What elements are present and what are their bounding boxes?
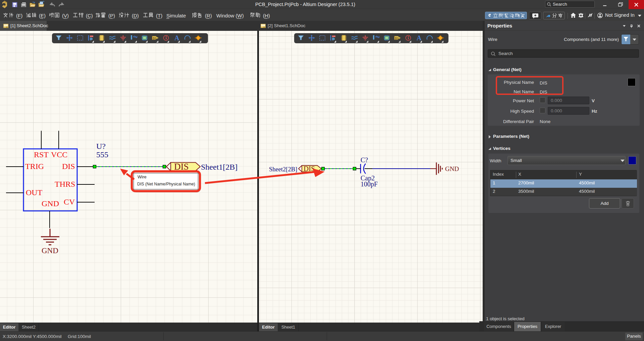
svg-text:THRS: THRS bbox=[55, 180, 75, 188]
svg-text:Sheet1[2B]: Sheet1[2B] bbox=[201, 163, 237, 171]
svg-text:DIS (Net Name/Physical Name): DIS (Net Name/Physical Name) bbox=[137, 182, 195, 186]
svg-text:DIS: DIS bbox=[304, 165, 315, 173]
svg-text:(C): (C) bbox=[86, 13, 93, 18]
svg-text:TRIG: TRIG bbox=[25, 162, 44, 171]
svg-text:C?: C? bbox=[361, 156, 368, 164]
svg-text:(P): (P) bbox=[108, 13, 115, 18]
svg-text:GND: GND bbox=[445, 165, 459, 172]
svg-text:CV: CV bbox=[64, 197, 75, 206]
svg-text:(V): (V) bbox=[62, 13, 69, 18]
svg-text:RST: RST bbox=[34, 150, 49, 159]
svg-text:DIS: DIS bbox=[62, 162, 75, 171]
svg-text:(H): (H) bbox=[263, 13, 270, 18]
svg-text:(R): (R) bbox=[205, 13, 212, 18]
svg-text:Wire: Wire bbox=[138, 174, 147, 179]
svg-text:Sheet2[2B]: Sheet2[2B] bbox=[269, 166, 297, 173]
svg-text:100pF: 100pF bbox=[361, 180, 378, 188]
svg-text:GND: GND bbox=[42, 199, 59, 208]
svg-text:U?: U? bbox=[96, 142, 106, 151]
svg-text:GND: GND bbox=[42, 246, 58, 255]
svg-text:(D): (D) bbox=[132, 13, 139, 18]
svg-text:DIS: DIS bbox=[174, 162, 189, 172]
svg-text:Window (W): Window (W) bbox=[216, 13, 244, 18]
svg-text:Simulate: Simulate bbox=[166, 13, 186, 18]
svg-text:(E): (E) bbox=[39, 13, 46, 18]
svg-text:(T): (T) bbox=[156, 13, 162, 18]
svg-text:OUT: OUT bbox=[26, 188, 43, 197]
svg-text:555: 555 bbox=[96, 150, 108, 159]
svg-text:VCC: VCC bbox=[51, 150, 67, 159]
svg-text:(F): (F) bbox=[16, 13, 22, 18]
